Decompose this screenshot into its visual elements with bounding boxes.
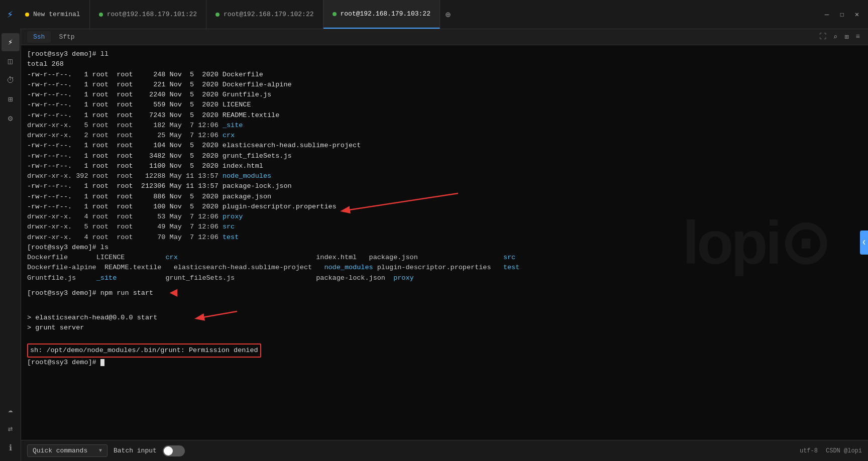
maximize-button[interactable]: ☐ — [835, 8, 849, 22]
toggle-knob — [164, 446, 173, 455]
term-line: drwxr-xr-x. 4 root root 53 May 7 12:06 p… — [27, 212, 862, 222]
term-line: [root@ssy3 demo]# ll — [27, 49, 862, 59]
batch-input-toggle[interactable] — [163, 445, 185, 456]
terminal-content[interactable]: lopi⊙ [root@ssy3 demo]# ll total 268 -rw… — [21, 45, 868, 440]
sidebar-icon-history[interactable]: ⏱ — [2, 71, 20, 89]
term-line: drwxr-xr-x. 2 root root 25 May 7 12:06 c… — [27, 131, 862, 141]
term-line — [27, 303, 862, 313]
term-cursor-line: [root@ssy3 demo]# — [27, 358, 862, 368]
term-line: drwxr-xr-x. 392 root root 12288 May 11 1… — [27, 171, 862, 181]
app-icon: ⚡ — [0, 0, 20, 29]
minimize-button[interactable]: — — [820, 8, 834, 22]
term-line: drwxr-xr-x. 5 root root 182 May 7 12:06 … — [27, 121, 862, 131]
content-area: Ssh Sftp ⛶ ⌕ ⊞ ≡ lopi⊙ [root@ssy3 demo]#… — [21, 29, 868, 461]
batch-input-label: Batch input — [114, 447, 157, 454]
window-actions: — ☐ ✕ — [820, 8, 868, 22]
tab-label: New terminal — [33, 11, 80, 18]
tab-label: root@192.168.179.103:22 — [341, 10, 430, 18]
tab-label: root@192.168.179.101:22 — [107, 11, 197, 18]
bottom-right-info: utf-8 CSDN @lopi — [800, 447, 862, 454]
sidebar: ⚡ ◫ ⏱ ⊞ ⚙ ☁ ⇄ ℹ — [0, 29, 21, 461]
tab-dot — [25, 13, 29, 17]
term-error-line: sh: /opt/demo/node_modules/.bin/grunt: P… — [27, 343, 862, 358]
term-line: -rw-r--r--. 1 root root 559 Nov 5 2020 L… — [27, 100, 862, 110]
term-line: Gruntfile.js _site grunt_fileSets.js pac… — [27, 273, 862, 283]
main-layout: ⚡ ◫ ⏱ ⊞ ⚙ ☁ ⇄ ℹ Ssh Sftp ⛶ ⌕ ⊞ ≡ lopi⊙ [… — [0, 29, 868, 461]
term-line: total 268 — [27, 59, 862, 69]
sidebar-icon-bookmark[interactable]: ◫ — [2, 52, 20, 70]
term-line: -rw-r--r--. 1 root root 221 Nov 5 2020 D… — [27, 80, 862, 90]
term-line: drwxr-xr-x. 5 root root 49 May 7 12:06 s… — [27, 222, 862, 232]
tab-new-terminal[interactable]: New terminal — [20, 0, 90, 29]
tab-ssh[interactable]: Ssh — [27, 31, 51, 43]
tab-dot — [99, 13, 103, 17]
term-line: -rw-r--r--. 1 root root 248 Nov 5 2020 D… — [27, 70, 862, 80]
sidebar-icon-settings[interactable]: ⚙ — [2, 109, 20, 128]
tab-session-3[interactable]: root@192.168.179.103:22 — [323, 0, 440, 29]
term-line: -rw-r--r--. 1 root root 212306 May 11 13… — [27, 181, 862, 191]
term-line: -rw-r--r--. 1 root root 1100 Nov 5 2020 … — [27, 161, 862, 171]
sidebar-icon-transfer[interactable]: ⇄ — [2, 420, 20, 438]
tab-sftp[interactable]: Sftp — [53, 31, 80, 43]
chevron-down-icon: ▼ — [99, 448, 102, 453]
term-line: > elasticsearch-head@0.0.0 start — [27, 313, 862, 323]
tab-dot — [333, 12, 337, 16]
term-line: drwxr-xr-x. 4 root root 70 May 7 12:06 t… — [27, 233, 862, 243]
bottom-bar: Quick commands ▼ Batch input utf-8 CSDN … — [21, 440, 868, 461]
tab-label: root@192.168.179.102:22 — [224, 11, 313, 18]
add-tab-button[interactable]: ⊕ — [440, 7, 456, 23]
tab-dot — [215, 13, 220, 17]
title-bar: ⚡ New terminal root@192.168.179.101:22 r… — [0, 0, 868, 29]
search-icon[interactable]: ⌕ — [831, 32, 839, 42]
sidebar-icon-info[interactable]: ℹ — [2, 439, 20, 457]
tab-list: New terminal root@192.168.179.101:22 roo… — [20, 0, 820, 29]
term-line: -rw-r--r--. 1 root root 100 Nov 5 2020 p… — [27, 202, 862, 212]
term-line: [root@ssy3 demo]# npm run start ◀ — [27, 283, 862, 303]
sidebar-icon-cloud[interactable]: ☁ — [2, 401, 20, 419]
term-line: -rw-r--r--. 1 root root 104 Nov 5 2020 e… — [27, 141, 862, 151]
term-line: Dockerfile LICENCE crx index.html packag… — [27, 253, 862, 263]
grid-icon[interactable]: ⊞ — [842, 32, 850, 42]
term-line: -rw-r--r--. 1 root root 886 Nov 5 2020 p… — [27, 192, 862, 202]
term-line: -rw-r--r--. 1 root root 3482 Nov 5 2020 … — [27, 151, 862, 161]
sidebar-icon-lightning[interactable]: ⚡ — [2, 33, 20, 51]
tab-session-2[interactable]: root@192.168.179.102:22 — [206, 0, 323, 29]
term-line: > grunt server — [27, 323, 862, 333]
close-button[interactable]: ✕ — [850, 8, 864, 22]
term-line: -rw-r--r--. 1 root root 2240 Nov 5 2020 … — [27, 90, 862, 100]
terminal-actions: ⛶ ⌕ ⊞ ≡ — [817, 32, 862, 42]
term-line: Dockerfile-alpine README.textile elastic… — [27, 263, 862, 273]
encoding-label: utf-8 — [800, 447, 818, 454]
session-info-label: CSDN @lopi — [826, 447, 862, 454]
term-line: [root@ssy3 demo]# ls — [27, 243, 862, 253]
term-line: -rw-r--r--. 1 root root 7243 Nov 5 2020 … — [27, 110, 862, 121]
sidebar-icon-image[interactable]: ⊞ — [2, 90, 20, 108]
fullscreen-icon[interactable]: ⛶ — [817, 32, 828, 42]
protocol-tabs: Ssh Sftp ⛶ ⌕ ⊞ ≡ — [21, 29, 868, 45]
quick-commands-dropdown[interactable]: Quick commands ▼ — [27, 444, 107, 457]
menu-icon[interactable]: ≡ — [854, 32, 862, 42]
quick-commands-label: Quick commands — [33, 447, 87, 454]
tab-session-1[interactable]: root@192.168.179.101:22 — [90, 0, 206, 29]
term-line — [27, 333, 862, 343]
right-panel-toggle[interactable]: ❮ — [860, 230, 868, 255]
